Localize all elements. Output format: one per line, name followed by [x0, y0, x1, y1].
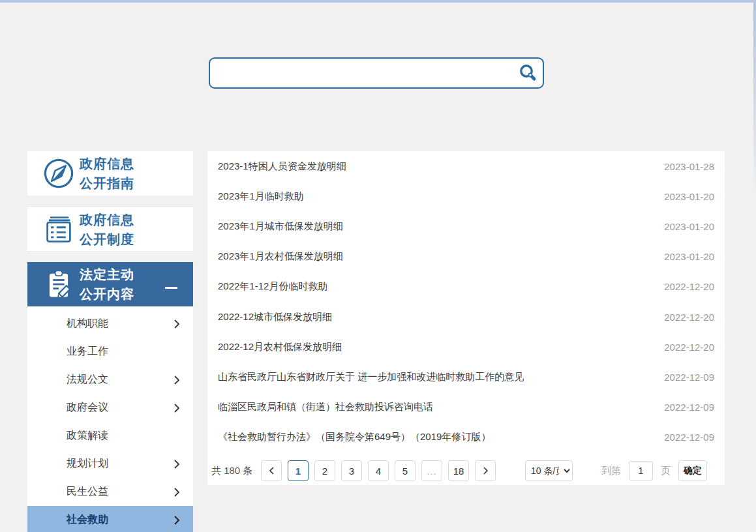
pagination-bar: 共 180 条 1 2 3 4 5 ... 18 10 条/页 [207, 456, 725, 485]
article-title[interactable]: 临淄区民政局和镇（街道）社会救助投诉咨询电话 [218, 401, 433, 413]
list-item[interactable]: 2022-12城市低保发放明细 2022-12-20 [207, 302, 725, 332]
sidebar-item-label: 政府信息 公开制度 [80, 210, 134, 249]
submenu-label: 规划计划 [67, 457, 108, 471]
sidebar-item-label: 政府信息 公开指南 [80, 154, 134, 193]
page-ellipsis-button[interactable]: ... [421, 460, 442, 481]
next-page-button[interactable] [475, 460, 496, 481]
article-title[interactable]: 2023年1月城市低保发放明细 [218, 220, 343, 233]
chevron-right-icon [174, 515, 180, 525]
list-item[interactable]: 临淄区民政局和镇（街道）社会救助投诉咨询电话 2022-12-09 [207, 392, 725, 422]
submenu-item-planning[interactable]: 规划计划 [27, 450, 193, 478]
clipboard-pencil-icon [38, 267, 80, 301]
chevron-left-icon [269, 466, 275, 475]
sidebar-item-label: 法定主动 公开内容 [80, 265, 134, 304]
list-item[interactable]: 2023年1月农村低保发放明细 2023-01-20 [207, 242, 725, 272]
article-date: 2023-01-28 [664, 161, 714, 172]
article-title[interactable]: 2023年1月临时救助 [218, 190, 304, 203]
article-title[interactable]: 2022年1-12月份临时救助 [218, 280, 327, 293]
search-button[interactable] [513, 59, 543, 87]
list-item[interactable]: 《社会救助暂行办法》（国务院令第649号）（2019年修订版） 2022-12-… [207, 422, 725, 452]
article-title[interactable]: 2023年1月农村低保发放明细 [218, 250, 343, 263]
goto-page-group: 到第 页 确定 [601, 460, 707, 481]
submenu-label: 机构职能 [67, 317, 108, 331]
submenu-label: 政府会议 [67, 401, 108, 415]
article-date: 2023-01-20 [664, 251, 714, 262]
chevron-right-icon [174, 319, 180, 329]
chevron-right-icon [174, 459, 180, 469]
submenu-label: 法规公文 [67, 373, 108, 387]
search-input[interactable] [210, 59, 513, 87]
list-item[interactable]: 2022年1-12月份临时救助 2022-12-20 [207, 272, 725, 302]
submenu-item-business[interactable]: 业务工作 [27, 338, 193, 366]
confirm-button[interactable]: 确定 [678, 460, 707, 481]
goto-prefix-label: 到第 [601, 465, 621, 477]
article-title[interactable]: 2023-1特困人员资金发放明细 [218, 160, 346, 173]
goto-suffix-label: 页 [661, 465, 671, 477]
search-bar [209, 57, 544, 89]
submenu-item-meetings[interactable]: 政府会议 [27, 394, 193, 422]
article-date: 2023-01-20 [664, 221, 714, 232]
search-icon [518, 63, 537, 83]
page-button-5[interactable]: 5 [395, 460, 416, 481]
list-item[interactable]: 2023-1特困人员资金发放明细 2023-01-28 [207, 151, 725, 181]
chevron-right-icon [174, 487, 180, 497]
article-date: 2022-12-20 [664, 342, 714, 353]
prev-page-button[interactable] [261, 460, 282, 481]
submenu-item-regulations[interactable]: 法规公文 [27, 366, 193, 394]
top-accent-strip [0, 0, 756, 3]
chevron-right-icon [174, 403, 180, 413]
list-item[interactable]: 山东省民政厅山东省财政厅关于 进一步加强和改进临时救助工作的意见 2022-12… [207, 362, 725, 392]
article-date: 2022-12-09 [664, 372, 714, 383]
list-item[interactable]: 2023年1月城市低保发放明细 2023-01-20 [207, 211, 725, 241]
chevron-right-icon [483, 466, 489, 475]
page-button-4[interactable]: 4 [368, 460, 389, 481]
article-date: 2022-12-20 [664, 312, 714, 323]
total-count-label: 共 180 条 [211, 465, 252, 477]
compass-icon [38, 156, 80, 190]
sidebar-submenu: 机构职能 业务工作 法规公文 政府会议 政策解读 规划计划 [27, 306, 193, 532]
page-button-18[interactable]: 18 [448, 460, 469, 481]
page-button-3[interactable]: 3 [341, 460, 362, 481]
sidebar-item-legal-disclosure[interactable]: 法定主动 公开内容 [27, 262, 193, 306]
article-title[interactable]: 《社会救助暂行办法》（国务院令第649号）（2019年修订版） [218, 431, 491, 443]
submenu-label: 业务工作 [67, 345, 108, 359]
sidebar: 政府信息 公开指南 政府信息 公开制度 [27, 151, 193, 532]
submenu-item-organization[interactable]: 机构职能 [27, 310, 193, 338]
goto-page-input[interactable] [629, 461, 653, 480]
sidebar-item-info-guide[interactable]: 政府信息 公开指南 [27, 151, 193, 196]
page-button-1[interactable]: 1 [288, 460, 309, 481]
submenu-label: 民生公益 [67, 485, 108, 499]
submenu-item-public-welfare[interactable]: 民生公益 [27, 478, 193, 506]
sidebar-item-info-system[interactable]: 政府信息 公开制度 [27, 207, 193, 251]
submenu-item-policy-interpretation[interactable]: 政策解读 [27, 422, 193, 450]
document-list-icon [38, 213, 80, 246]
page-buttons: 1 2 3 4 5 ... 18 [261, 460, 496, 481]
article-date: 2022-12-20 [664, 281, 714, 292]
article-date: 2022-12-09 [664, 402, 714, 413]
submenu-label: 社会救助 [67, 513, 108, 527]
article-list-panel: 2023-1特困人员资金发放明细 2023-01-28 2023年1月临时救助 … [207, 151, 725, 485]
submenu-label: 政策解读 [67, 429, 108, 443]
page-size-select[interactable]: 10 条/页 [525, 460, 573, 481]
submenu-item-social-assistance[interactable]: 社会救助 [27, 506, 193, 532]
list-item[interactable]: 2023年1月临时救助 2023-01-20 [207, 181, 725, 211]
chevron-right-icon [174, 375, 180, 385]
list-item[interactable]: 2022-12月农村低保发放明细 2022-12-20 [207, 332, 725, 362]
article-title[interactable]: 山东省民政厅山东省财政厅关于 进一步加强和改进临时救助工作的意见 [218, 371, 524, 383]
right-edge-shadow [753, 3, 756, 198]
article-title[interactable]: 2022-12城市低保发放明细 [218, 311, 332, 323]
article-date: 2023-01-20 [664, 191, 714, 202]
article-date: 2022-12-09 [664, 432, 714, 443]
collapse-minus-icon[interactable] [165, 287, 177, 289]
article-title[interactable]: 2022-12月农村低保发放明细 [218, 341, 342, 353]
page-button-2[interactable]: 2 [314, 460, 335, 481]
